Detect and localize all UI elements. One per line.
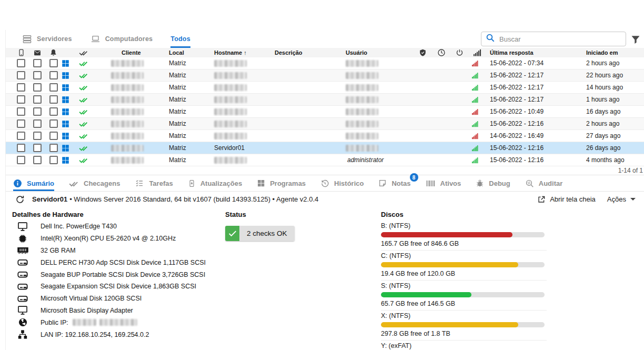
tab-servidores[interactable]: Servidores	[22, 30, 72, 48]
tab-atualizações[interactable]: Atualizações	[188, 175, 242, 191]
greencheck-icon	[76, 156, 106, 164]
tab-programas[interactable]: Programas	[257, 175, 306, 191]
row-checkbox-1[interactable]	[17, 59, 25, 67]
tasks-icon	[135, 179, 144, 187]
actions-dropdown-button[interactable]: Ações	[607, 195, 636, 203]
table-row[interactable]: Matriz 15-06-2022 - 12:17 22 hours ago	[6, 69, 644, 82]
row-checkbox-1[interactable]	[17, 107, 25, 116]
row-checkbox-3[interactable]	[49, 95, 58, 104]
table-row[interactable]: Matriz 14-06-2022 - 16:49 27 days ago	[6, 130, 644, 142]
table-row[interactable]: Matriz Servidor01 15-06-2022 - 12:16 26 …	[6, 142, 644, 154]
disk-usage-bar	[381, 322, 545, 327]
bug-icon	[476, 179, 484, 187]
disk-item: B: (NTFS)165.7 GB free of 846.6 GB	[381, 221, 547, 251]
tab-tarefas[interactable]: Tarefas	[135, 175, 173, 191]
windows-icon	[62, 72, 76, 79]
row-checkbox-1[interactable]	[17, 144, 25, 152]
table-row[interactable]: Matriz administrator 15-06-2022 - 12:16 …	[6, 154, 644, 166]
greencheck-icon	[76, 96, 106, 103]
tab-sumário[interactable]: Sumário	[13, 175, 54, 191]
blurred-text	[214, 157, 247, 164]
hdd-icon	[16, 294, 29, 304]
disk-usage-bar	[381, 262, 545, 267]
open-fullscreen-button[interactable]: Abrir tela cheia	[537, 195, 596, 204]
hardware-item: Seagate BUP Portable SCSI Disk Device 3,…	[12, 268, 224, 281]
monitor-icon	[16, 305, 29, 316]
row-checkbox-2[interactable]	[33, 83, 42, 92]
row-checkbox-3[interactable]	[49, 156, 58, 164]
row-checkbox-2[interactable]	[33, 156, 42, 164]
agent-summary-header: Servidor01 • Windows Server 2016 Standar…	[6, 192, 644, 207]
disk-item: S: (NTFS)65.7 GB free of 146.5 GB	[381, 281, 547, 311]
blurred-text	[346, 108, 378, 115]
search-box[interactable]	[481, 32, 626, 46]
cell-local: Matriz	[166, 144, 211, 152]
disk-item: C: (NTFS)19.4 GB free of 120.0 GB	[381, 251, 547, 281]
column-header-ultima-resposta[interactable]: Última resposta	[486, 49, 582, 56]
blurred-text	[111, 108, 144, 115]
disk-label: C: (NTFS)	[381, 252, 547, 259]
row-checkbox-3[interactable]	[49, 71, 58, 79]
table-row[interactable]: Matriz 15-06-2022 - 07:34 2 hours ago	[6, 57, 644, 69]
checks-ok-button[interactable]: 2 checks OK	[225, 226, 295, 241]
tab-checagens[interactable]: Checagens	[69, 175, 120, 191]
table-row[interactable]: Matriz 15-06-2022 - 12:17 14 hours ago	[6, 82, 644, 94]
row-checkbox-2[interactable]	[33, 119, 42, 128]
row-checkbox-1[interactable]	[17, 156, 25, 164]
globe-icon	[16, 317, 29, 327]
row-checkbox-3[interactable]	[49, 119, 58, 128]
filter-icon[interactable]	[630, 34, 641, 45]
tab-auditar[interactable]: Auditar	[525, 175, 563, 191]
hardware-item: Seagate Expansion SCSI Disk Device 1,863…	[12, 281, 224, 293]
cell-hostname	[211, 108, 271, 115]
programs-icon	[257, 179, 265, 187]
info-icon	[13, 179, 22, 188]
row-checkbox-3[interactable]	[49, 132, 58, 140]
tab-debug[interactable]: Debug	[476, 175, 510, 191]
signal-green-icon	[469, 84, 486, 91]
column-header-local[interactable]: Local	[166, 49, 211, 56]
cell-hostname	[211, 132, 271, 139]
cell-local: Matriz	[166, 59, 211, 67]
notes-count-badge: 8	[410, 173, 418, 182]
row-checkbox-2[interactable]	[33, 71, 42, 79]
cell-cliente	[106, 59, 166, 67]
row-checkbox-3[interactable]	[49, 144, 58, 152]
row-checkbox-3[interactable]	[49, 59, 58, 67]
cell-usuario	[343, 72, 414, 79]
row-checkbox-2[interactable]	[33, 144, 42, 152]
search-input[interactable]	[499, 35, 621, 43]
tab-histórico[interactable]: Histórico	[320, 175, 364, 191]
tab-ativos[interactable]: Ativos	[426, 175, 461, 191]
row-checkbox-1[interactable]	[17, 71, 25, 79]
row-checkbox-3[interactable]	[49, 107, 58, 116]
note-icon	[378, 179, 387, 187]
row-checkbox-1[interactable]	[17, 83, 25, 92]
row-checkbox-3[interactable]	[49, 83, 58, 92]
tab-computadores[interactable]: Computadores	[90, 30, 153, 48]
row-checkbox-1[interactable]	[17, 95, 25, 104]
row-checkbox-2[interactable]	[33, 107, 42, 116]
row-checkbox-1[interactable]	[17, 119, 25, 128]
disk-label: Y: (exFAT)	[381, 342, 547, 349]
refresh-icon[interactable]	[15, 195, 25, 204]
column-header-cliente[interactable]: Cliente	[106, 49, 166, 56]
row-checkbox-1[interactable]	[17, 132, 25, 140]
column-header-hostname[interactable]: Hostname ↑	[211, 49, 271, 56]
column-header-iniciado-em[interactable]: Iniciado em	[582, 49, 644, 56]
cell-hostname	[211, 72, 271, 79]
greencheck-icon	[76, 59, 106, 67]
tab-todos[interactable]: Todos	[170, 30, 190, 48]
windows-icon	[62, 96, 76, 104]
column-header-descricao[interactable]: Descrição	[271, 49, 343, 56]
column-header-usuario[interactable]: Usuário	[343, 49, 414, 56]
table-row[interactable]: Matriz 15-06-2022 - 12:17 1 hours ago	[6, 94, 644, 106]
cell-cliente	[106, 132, 166, 139]
table-row[interactable]: Matriz 15-06-2022 - 12:16 2 hours ago	[6, 118, 644, 130]
row-checkbox-2[interactable]	[33, 132, 42, 140]
windows-icon	[62, 156, 76, 164]
row-checkbox-2[interactable]	[33, 59, 42, 67]
table-row[interactable]: Matriz 15-06-2022 - 10:49 16 days ago	[6, 106, 644, 118]
row-checkbox-2[interactable]	[33, 95, 42, 104]
tab-notas[interactable]: Notas8	[378, 175, 410, 191]
